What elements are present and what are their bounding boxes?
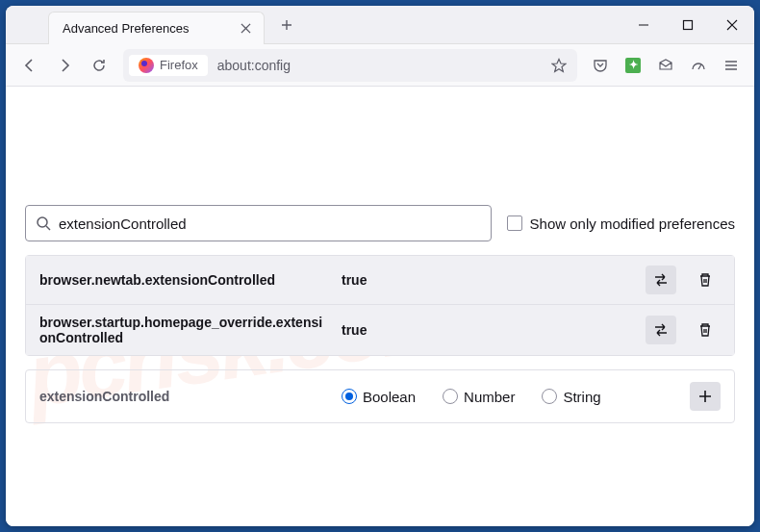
type-string[interactable]: String: [542, 389, 600, 405]
identity-box[interactable]: Firefox: [129, 55, 208, 76]
new-tab-button[interactable]: [272, 11, 301, 39]
type-boolean[interactable]: Boolean: [342, 389, 416, 405]
checkbox-icon: [507, 215, 522, 231]
firefox-icon: [139, 58, 154, 73]
identity-label: Firefox: [160, 58, 198, 72]
toggle-button[interactable]: [646, 266, 676, 294]
type-label: Boolean: [363, 389, 416, 405]
minimize-button[interactable]: [621, 6, 666, 43]
maximize-button[interactable]: [666, 6, 710, 43]
preferences-list: browser.newtab.extensionControlled true …: [25, 255, 735, 356]
url-bar[interactable]: Firefox about:config: [123, 49, 577, 82]
pref-name: browser.newtab.extensionControlled: [39, 272, 328, 288]
window-controls: [621, 6, 754, 43]
search-icon: [36, 215, 51, 231]
browser-window: Advanced Preferences Firefox about:confi…: [6, 6, 754, 526]
delete-button[interactable]: [690, 316, 721, 344]
trash-icon: [697, 322, 713, 338]
pref-value: true: [342, 272, 632, 288]
toggle-button[interactable]: [646, 316, 676, 344]
svg-rect-0: [684, 20, 693, 29]
forward-button[interactable]: [48, 49, 81, 82]
toolbar: Firefox about:config ✦: [6, 44, 754, 87]
toggle-icon: [653, 272, 669, 288]
show-modified-checkbox[interactable]: Show only modified preferences: [507, 215, 735, 232]
reload-button[interactable]: [83, 49, 115, 82]
bookmark-star-icon[interactable]: [546, 53, 571, 78]
preference-row: browser.startup.homepage_override.extens…: [26, 304, 734, 355]
browser-tab[interactable]: Advanced Preferences: [48, 12, 265, 44]
mail-icon[interactable]: [650, 50, 681, 81]
plus-icon: [697, 389, 713, 404]
back-button[interactable]: [13, 49, 46, 82]
search-row: Show only modified preferences: [25, 205, 735, 241]
close-window-button[interactable]: [710, 6, 754, 43]
type-number[interactable]: Number: [443, 389, 515, 405]
dashboard-icon[interactable]: [683, 50, 714, 81]
close-icon[interactable]: [237, 19, 254, 37]
radio-icon: [542, 389, 557, 404]
type-label: String: [563, 389, 600, 405]
pref-name: browser.startup.homepage_override.extens…: [39, 315, 328, 345]
url-text: about:config: [214, 58, 541, 73]
menu-icon[interactable]: [716, 50, 747, 81]
checkbox-label: Show only modified preferences: [530, 215, 735, 232]
trash-icon: [697, 272, 713, 288]
pref-value: true: [342, 322, 632, 338]
type-label: Number: [464, 389, 515, 405]
svg-point-1: [38, 217, 47, 227]
titlebar: Advanced Preferences: [6, 6, 754, 44]
new-preference-row: extensionControlled Boolean Number Strin…: [25, 369, 735, 423]
preference-row: browser.newtab.extensionControlled true: [26, 256, 734, 304]
delete-button[interactable]: [690, 266, 721, 294]
radio-icon: [342, 389, 357, 404]
search-box[interactable]: [25, 205, 492, 241]
add-button[interactable]: [690, 382, 721, 411]
tab-title: Advanced Preferences: [63, 21, 237, 36]
extension-icon[interactable]: ✦: [618, 50, 648, 81]
content-area: pcrisk.com Show only modified preference…: [6, 87, 754, 526]
type-options: Boolean Number String: [342, 389, 676, 405]
toggle-icon: [653, 322, 669, 338]
search-input[interactable]: [59, 215, 481, 232]
pocket-icon[interactable]: [585, 50, 616, 81]
radio-icon: [443, 389, 458, 404]
new-pref-name: extensionControlled: [39, 389, 328, 404]
